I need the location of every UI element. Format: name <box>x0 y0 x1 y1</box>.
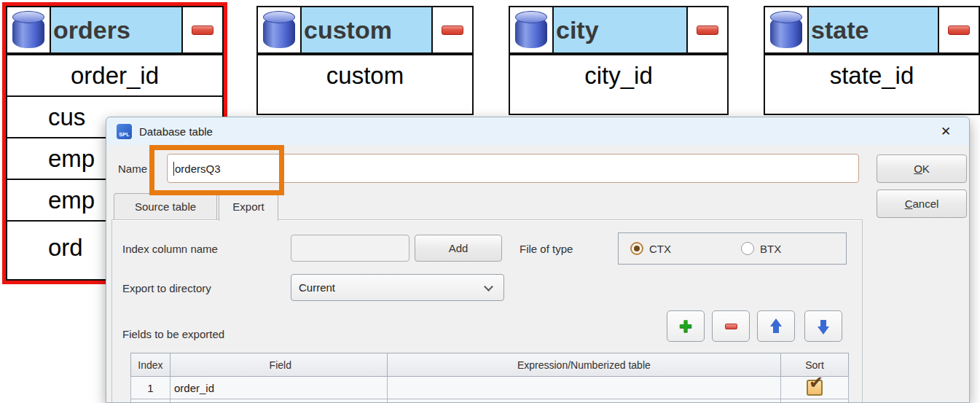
ok-button-label: OK <box>914 163 930 175</box>
dialog-titlebar[interactable]: SPL Database table ✕ <box>106 117 969 145</box>
move-down-button[interactable] <box>804 310 842 342</box>
tab-export[interactable]: Export <box>219 191 278 221</box>
arrow-up-icon <box>770 318 782 334</box>
cell-expression[interactable] <box>387 377 780 399</box>
radio-ctx[interactable]: CTX <box>630 242 671 255</box>
file-of-type-label: File of type <box>520 243 573 255</box>
chevron-down-icon <box>484 282 493 292</box>
close-icon[interactable]: ✕ <box>933 120 959 142</box>
radio-selected-icon <box>630 242 643 255</box>
minus-icon <box>697 26 718 35</box>
table-row[interactable]: 1 order_id ✔ <box>131 377 849 399</box>
table-title: state <box>809 7 938 52</box>
table-header: city <box>510 7 727 54</box>
diagram-table-custom[interactable]: custom custom <box>256 6 474 115</box>
add-button-label: Add <box>449 242 469 254</box>
field-row[interactable]: order_id <box>7 54 222 95</box>
tab-source-table[interactable]: Source table <box>114 193 217 219</box>
column-header-field[interactable]: Field <box>170 353 387 377</box>
fields-to-be-exported-label: Fields to be exported <box>122 328 224 340</box>
column-header-expression[interactable]: Expression/Numberized table <box>387 353 780 377</box>
field-row[interactable]: custom <box>258 54 472 95</box>
radio-btx[interactable]: BTX <box>741 242 781 255</box>
remove-table-button[interactable] <box>431 7 472 52</box>
radio-label: CTX <box>649 243 671 255</box>
column-header-index[interactable]: Index <box>131 353 170 377</box>
export-directory-select[interactable]: Current <box>291 274 504 301</box>
database-cylinder-icon <box>7 7 51 52</box>
arrow-down-icon <box>818 318 829 334</box>
plus-icon: ✚ <box>679 318 692 335</box>
export-to-directory-label: Export to directory <box>122 282 211 294</box>
database-cylinder-icon <box>510 7 554 52</box>
minus-icon <box>725 324 737 329</box>
table-title: custom <box>302 7 431 52</box>
cell-sort[interactable]: ✔ <box>781 377 849 399</box>
diagram-table-city[interactable]: city city_id <box>509 6 729 115</box>
remove-table-button[interactable] <box>181 7 222 52</box>
move-up-button[interactable] <box>757 310 795 342</box>
minus-icon <box>948 26 970 35</box>
spl-app-icon: SPL <box>117 124 132 139</box>
field-row[interactable]: state_id <box>765 54 979 95</box>
add-button[interactable]: Add <box>415 235 502 262</box>
cancel-button-label: Cancel <box>905 197 939 210</box>
table-header: orders <box>7 7 222 54</box>
remove-table-button[interactable] <box>686 7 727 52</box>
tab-label: Source table <box>135 200 196 213</box>
cancel-button[interactable]: Cancel <box>877 189 967 218</box>
cell-index[interactable]: 1 <box>131 377 170 399</box>
index-column-name-input[interactable] <box>291 235 409 262</box>
cell-field[interactable]: order_id <box>170 377 387 399</box>
file-type-groupbox: CTX BTX <box>618 232 847 265</box>
minus-icon <box>442 26 463 35</box>
minus-icon <box>192 26 213 35</box>
name-label: Name <box>118 163 147 175</box>
fields-table: Index Field Expression/Numberized table … <box>130 353 849 403</box>
dialog-title: Database table <box>139 125 213 138</box>
table-row-partial[interactable] <box>131 399 849 403</box>
add-field-button[interactable]: ✚ <box>667 310 705 342</box>
radio-unselected-icon <box>741 242 754 255</box>
tab-label: Export <box>232 200 264 213</box>
table-header: custom <box>258 7 472 54</box>
index-column-name-label: Index column name <box>122 243 218 255</box>
database-cylinder-icon <box>258 7 302 52</box>
diagram-table-state[interactable]: state state_id <box>764 6 980 115</box>
remove-field-button[interactable] <box>712 310 750 342</box>
field-row[interactable]: city_id <box>510 54 727 95</box>
database-cylinder-icon <box>765 7 809 52</box>
select-value: Current <box>299 281 335 294</box>
ok-button[interactable]: OK <box>877 154 967 183</box>
annotation-highlight-rectangle <box>149 145 284 195</box>
table-title: city <box>554 7 686 52</box>
export-tab-panel: Index column name Add File of type CTX B… <box>111 219 863 403</box>
checkmark-icon: ✔ <box>809 374 823 391</box>
table-header: state <box>765 7 979 54</box>
table-title: orders <box>51 7 181 52</box>
fields-table-header-row: Index Field Expression/Numberized table … <box>131 353 849 377</box>
radio-label: BTX <box>760 243 781 255</box>
sort-checkbox-checked[interactable]: ✔ <box>807 380 823 396</box>
remove-table-button[interactable] <box>938 7 979 52</box>
